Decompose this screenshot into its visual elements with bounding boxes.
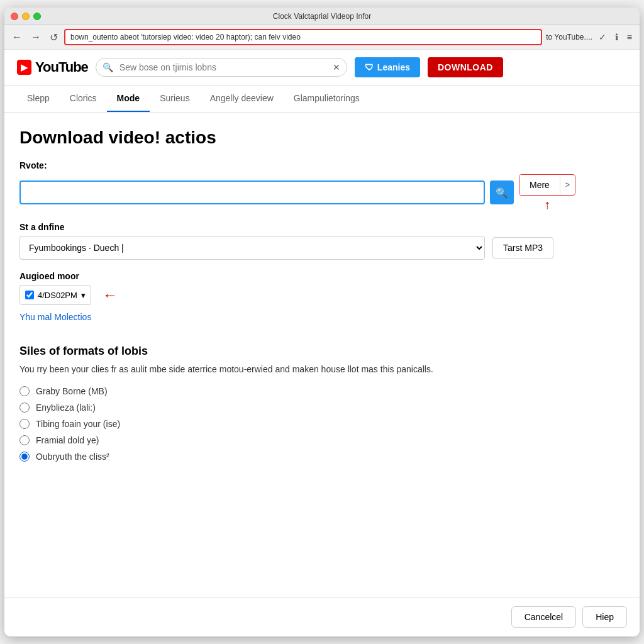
augioed-checkbox[interactable] — [25, 291, 34, 299]
siles-title: Siles of formats of lobis — [19, 345, 625, 358]
tab-mode[interactable]: Mode — [107, 86, 150, 112]
list-item: Framial dold ye) — [19, 435, 625, 445]
tab-angelly[interactable]: Angelly deeview — [200, 86, 284, 112]
radio-tibing[interactable] — [19, 419, 30, 429]
titlebar: Clock Valctaprial Videop Infor — [4, 8, 640, 25]
augioed-dropdown-icon[interactable]: ▾ — [81, 291, 86, 300]
refresh-button[interactable]: ↺ — [47, 30, 60, 45]
youtube-header: ▶ YouTube 🔍 ✕ 🛡 Leanies DOWNLOAD — [4, 50, 640, 86]
radio-enyb[interactable] — [19, 402, 30, 413]
bookmark-button[interactable]: ✓ — [596, 31, 609, 43]
mere-indicator: ↑ — [544, 198, 550, 211]
leanies-icon: 🛡 — [365, 62, 374, 72]
radio-graby-label: Graby Borne (MB) — [36, 386, 108, 396]
hiep-button[interactable]: Hiep — [582, 606, 627, 628]
minimize-button[interactable] — [22, 13, 30, 20]
rvote-search-button[interactable]: 🔍 — [490, 180, 514, 204]
mere-button-wrap: Mere > — [519, 174, 575, 196]
list-item: Tibing foain your (ise) — [19, 419, 625, 429]
app-content: ▶ YouTube 🔍 ✕ 🛡 Leanies DOWNLOAD Slepp C… — [4, 50, 640, 597]
menu-button[interactable]: ≡ — [625, 31, 635, 43]
leanies-label: Leanies — [377, 62, 410, 72]
back-button[interactable]: ← — [9, 30, 25, 44]
rvote-search-icon: 🔍 — [496, 187, 508, 199]
list-item: Enyblieza (lali:) — [19, 402, 625, 413]
radio-oubryuth[interactable] — [19, 452, 30, 462]
nav-tabs: Slepp Clorics Mode Surieus Angelly deevi… — [4, 86, 640, 113]
main-content: Download video! actios Rvote: 🔍 Mere > — [4, 113, 640, 477]
main-window: Clock Valctaprial Videop Infor ← → ↺ to … — [4, 8, 640, 636]
bottom-bar: Cancelcel Hiep — [4, 597, 640, 636]
search-icon: 🔍 — [96, 62, 119, 72]
list-item: Oubryuth the cliss² — [19, 452, 625, 462]
traffic-lights — [11, 13, 41, 20]
tab-surieus[interactable]: Surieus — [150, 86, 199, 112]
select-row: Fyumbookings · Duech | Tarst MP3 — [19, 236, 625, 260]
st-dnfine-label: St a dnfine — [19, 222, 625, 232]
forward-button[interactable]: → — [28, 30, 43, 44]
rvote-input-row: 🔍 Mere > ↑ — [19, 174, 625, 211]
augioed-label: Augioed moor — [19, 271, 625, 281]
search-clear-icon[interactable]: ✕ — [326, 62, 347, 72]
address-bar[interactable] — [64, 29, 542, 45]
tarst-mp3-button[interactable]: Tarst MP3 — [492, 237, 553, 258]
radio-framial-label: Framial dold ye) — [36, 435, 99, 445]
radio-enyb-label: Enyblieza (lali:) — [36, 402, 96, 413]
augioed-section: Augioed moor 4/DS02PM ▾ ← — [19, 271, 625, 305]
tab-clorics[interactable]: Clorics — [60, 86, 107, 112]
rvote-input[interactable] — [19, 180, 485, 204]
radio-tibing-label: Tibing foain your (ise) — [36, 419, 120, 429]
bookmark-label: to YouTube.... — [546, 33, 592, 42]
page-title: Download video! actios — [19, 128, 625, 148]
rvote-section: Rvote: 🔍 Mere > ↑ — [19, 160, 625, 211]
tab-slepp[interactable]: Slepp — [17, 86, 60, 112]
radio-graby[interactable] — [19, 386, 30, 396]
leanies-button[interactable]: 🛡 Leanies — [355, 57, 420, 77]
rvote-label: Rvote: — [19, 160, 625, 170]
radio-framial[interactable] — [19, 435, 30, 445]
augioed-value: 4/DS02PM — [38, 291, 77, 300]
red-left-arrow-icon: ← — [103, 286, 118, 304]
search-input[interactable] — [119, 58, 326, 76]
siles-desc: You rry been your clies fr as aulit mbe … — [19, 363, 598, 376]
download-button[interactable]: DOWNLOAD — [428, 57, 503, 77]
tab-glampul[interactable]: Glampulietorings — [284, 86, 370, 112]
checkbox-row: 4/DS02PM ▾ ← — [19, 285, 625, 305]
info-button[interactable]: ℹ — [613, 31, 621, 43]
mere-button[interactable]: Mere — [519, 175, 560, 195]
dnfine-select[interactable]: Fyumbookings · Duech | — [19, 236, 485, 260]
browser-toolbar: ← → ↺ to YouTube.... ✓ ℹ ≡ — [4, 25, 640, 50]
search-bar: 🔍 ✕ — [96, 58, 347, 77]
youtube-logo[interactable]: ▶ YouTube — [17, 59, 88, 75]
radio-list: Graby Borne (MB) Enyblieza (lali:) Tibin… — [19, 386, 625, 462]
maximize-button[interactable] — [33, 13, 41, 20]
radio-oubryuth-label: Oubryuth the cliss² — [36, 452, 109, 462]
cancel-button[interactable]: Cancelcel — [511, 606, 576, 628]
mere-arrow-button[interactable]: > — [560, 175, 575, 194]
close-button[interactable] — [11, 13, 18, 20]
red-up-arrow-icon: ↑ — [544, 198, 550, 211]
youtube-wordmark: YouTube — [35, 59, 88, 75]
list-item: Graby Borne (MB) — [19, 386, 625, 396]
window-title: Clock Valctaprial Videop Infor — [273, 12, 371, 21]
siles-section: Siles of formats of lobis You rry been y… — [19, 345, 625, 462]
yhu-mal-link[interactable]: Yhu mal Molectios — [19, 312, 91, 322]
youtube-play-icon: ▶ — [17, 60, 31, 75]
checkbox-select: 4/DS02PM ▾ — [19, 285, 91, 305]
st-dnfine-section: St a dnfine Fyumbookings · Duech | Tarst… — [19, 222, 625, 260]
